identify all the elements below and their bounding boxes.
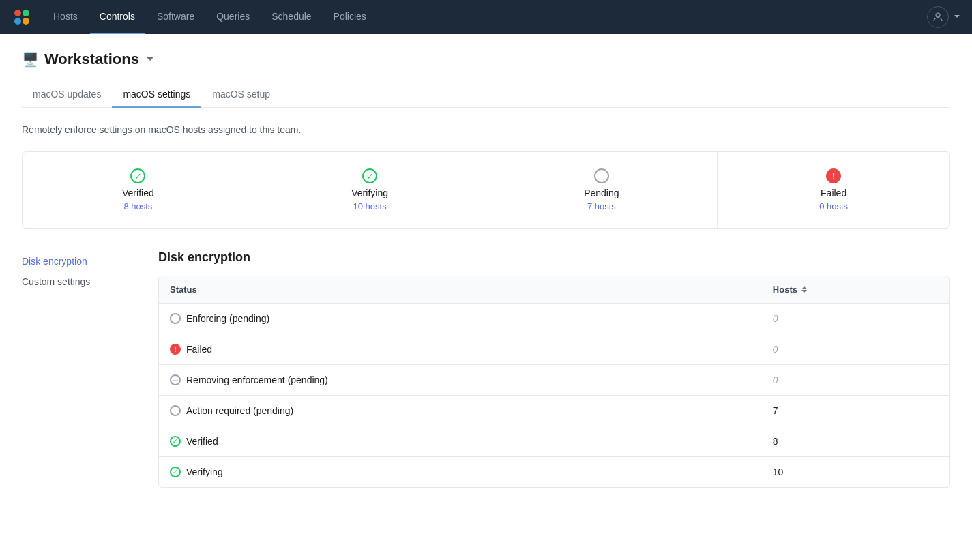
hosts-count-cell: 0 [762, 365, 949, 396]
disk-encryption-table: Status Hosts [158, 276, 950, 488]
hosts-count-cell: 8 [762, 426, 949, 457]
tab-macos-settings[interactable]: macOS settings [112, 82, 201, 108]
pending-count: 7 hosts [497, 201, 707, 211]
verified-row-icon [170, 436, 181, 447]
tab-macos-updates[interactable]: macOS updates [22, 82, 112, 108]
status-label: Enforcing (pending) [186, 313, 269, 324]
svg-point-4 [936, 13, 940, 17]
tab-macos-setup[interactable]: macOS setup [201, 82, 281, 108]
hosts-zero: 0 [773, 374, 778, 385]
status-card-pending[interactable]: — Pending 7 hosts [486, 152, 718, 228]
sidebar-item-disk-encryption[interactable]: Disk encryption [22, 250, 142, 272]
failed-exclaim-icon: ! [826, 168, 841, 183]
hosts-value: 8 [773, 436, 778, 447]
status-cell: Verifying [159, 457, 762, 488]
table-row[interactable]: !Failed0 [159, 334, 949, 365]
pending-minus-icon: — [594, 168, 609, 183]
chevron-down-icon [953, 12, 961, 23]
status-cell: Action required (pending) [159, 396, 762, 426]
verified-check-icon: ✓ [130, 168, 145, 183]
table-row[interactable]: Enforcing (pending)0 [159, 304, 949, 334]
pending-row-icon [170, 374, 181, 385]
status-card-failed[interactable]: ! Failed 0 hosts [718, 152, 949, 228]
status-cell: Verified [159, 426, 762, 457]
hosts-count-cell: 7 [762, 396, 949, 426]
hosts-count-cell: 0 [762, 334, 949, 365]
page-description: Remotely enforce settings on macOS hosts… [22, 124, 950, 135]
status-cell: Enforcing (pending) [159, 304, 762, 334]
team-dropdown-chevron[interactable] [145, 53, 156, 66]
hosts-zero: 0 [773, 344, 778, 355]
pending-label: Pending [497, 188, 707, 198]
table-row[interactable]: Action required (pending)7 [159, 396, 949, 426]
status-cell: Removing enforcement (pending) [159, 365, 762, 396]
sidebar: Disk encryption Custom settings [22, 250, 158, 488]
verified-label: Verified [33, 188, 243, 198]
svg-point-0 [14, 10, 21, 16]
nav-item-schedule[interactable]: Schedule [262, 0, 321, 34]
nav-item-queries[interactable]: Queries [207, 0, 259, 34]
pending-row-icon [170, 405, 181, 416]
pending-row-icon [170, 313, 181, 324]
user-menu[interactable] [927, 6, 961, 28]
failed-count: 0 hosts [728, 201, 939, 211]
status-label: Failed [186, 344, 212, 355]
sidebar-item-custom-settings[interactable]: Custom settings [22, 272, 142, 291]
content-title: Disk encryption [158, 250, 950, 265]
status-label: Removing enforcement (pending) [186, 374, 328, 385]
th-status: Status [159, 276, 762, 304]
status-cell: !Failed [159, 334, 762, 365]
nav-item-software[interactable]: Software [147, 0, 204, 34]
hosts-count-cell: 0 [762, 304, 949, 334]
tabs-container: macOS updates macOS settings macOS setup [22, 82, 950, 108]
page-content: 🖥️ Workstations macOS updates macOS sett… [0, 34, 972, 504]
nav-item-hosts[interactable]: Hosts [44, 0, 87, 34]
workstations-icon: 🖥️ [22, 51, 39, 68]
verifying-label: Verifying [265, 188, 475, 198]
avatar[interactable] [927, 6, 949, 28]
verified-row-icon [170, 467, 181, 477]
hosts-value: 7 [773, 405, 778, 416]
status-label: Action required (pending) [186, 405, 293, 416]
nav-item-policies[interactable]: Policies [324, 0, 376, 34]
failed-label: Failed [728, 188, 939, 198]
status-table: Status Hosts [159, 276, 949, 487]
th-hosts[interactable]: Hosts [762, 276, 949, 304]
verified-count: 8 hosts [33, 201, 243, 211]
verifying-check-icon: ✓ [362, 168, 377, 183]
page-header: 🖥️ Workstations [22, 50, 950, 68]
table-header-row: Status Hosts [159, 276, 949, 304]
main-layout: Disk encryption Custom settings Disk enc… [22, 250, 950, 488]
status-card-verified[interactable]: ✓ Verified 8 hosts [23, 152, 254, 228]
status-cards: ✓ Verified 8 hosts ✓ Verifying 10 hosts … [22, 151, 950, 229]
svg-point-3 [23, 18, 29, 25]
top-navigation: Hosts Controls Software Queries Schedule… [0, 0, 972, 34]
svg-point-1 [23, 10, 29, 16]
status-label: Verifying [186, 467, 223, 477]
verifying-count: 10 hosts [265, 201, 475, 211]
hosts-zero: 0 [773, 313, 778, 324]
table-row[interactable]: Removing enforcement (pending)0 [159, 365, 949, 396]
svg-point-2 [14, 18, 21, 25]
failed-row-icon: ! [170, 344, 181, 355]
app-logo[interactable] [11, 6, 33, 28]
status-card-verifying[interactable]: ✓ Verifying 10 hosts [254, 152, 486, 228]
hosts-value: 10 [773, 467, 784, 477]
table-row[interactable]: Verified8 [159, 426, 949, 457]
content-area: Disk encryption Status Hosts [158, 250, 950, 488]
page-title: Workstations [44, 50, 139, 68]
nav-item-controls[interactable]: Controls [90, 0, 145, 34]
status-label: Verified [186, 436, 218, 447]
hosts-count-cell: 10 [762, 457, 949, 488]
table-row[interactable]: Verifying10 [159, 457, 949, 488]
hosts-sort-icon[interactable] [801, 286, 807, 293]
